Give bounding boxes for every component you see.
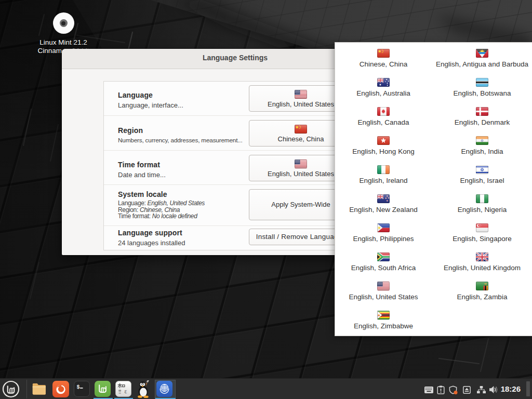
svg-text:ε: ε bbox=[125, 388, 127, 394]
svg-text:$: $ bbox=[77, 384, 80, 390]
